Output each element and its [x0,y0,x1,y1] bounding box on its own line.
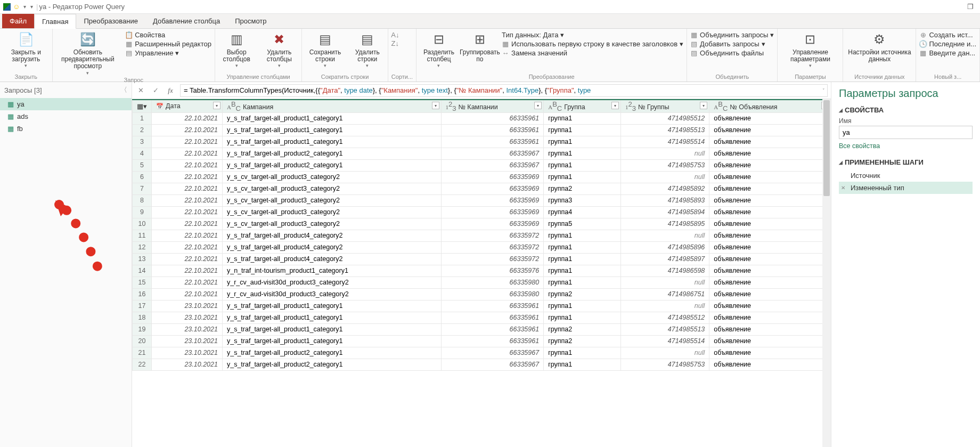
cell[interactable]: 4714985896 [620,241,709,253]
formula-input[interactable]: = Table.TransformColumnTypes(Источник,{{… [180,84,828,97]
cell[interactable]: 66335961 [441,112,544,124]
cell[interactable]: объявление [709,183,831,194]
cell[interactable]: объявление [709,323,831,335]
row-number[interactable]: 11 [133,230,152,241]
cell[interactable]: 22.10.2021 [152,194,223,206]
cell[interactable]: группа2 [544,335,621,347]
cell[interactable]: объявление [709,300,831,312]
cell[interactable]: 22.10.2021 [152,265,223,277]
row-number[interactable]: 22 [133,359,152,370]
tab-view[interactable]: Просмотр [227,14,274,28]
tab-file[interactable]: Файл [2,14,34,28]
column-header[interactable]: 123№ Группы▾ [620,100,709,112]
recent-sources-button[interactable]: 🕓Последние и... [919,40,976,48]
cell[interactable]: 23.10.2021 [152,312,223,323]
row-number[interactable]: 1 [133,112,152,124]
cell[interactable]: 66335961 [441,136,544,148]
formula-commit-button[interactable]: ✓ [150,86,161,94]
first-row-headers-button[interactable]: ▦Использовать первую строку в качестве з… [502,40,683,48]
column-header[interactable]: ABCГруппа▾ [544,100,621,112]
cell[interactable]: y_s_cv_target-all_product3_category2 [222,171,441,183]
cell[interactable]: объявление [709,359,831,370]
cell[interactable]: 4714985897 [620,253,709,265]
row-number[interactable]: 6 [133,171,152,183]
data-source-button[interactable]: ⚙Настройки источника данных [846,31,912,63]
quickaccess-dropdown-2[interactable]: ▾ [30,4,33,10]
applied-step[interactable]: ✕Измененный тип [839,182,973,194]
cell[interactable]: группа3 [544,194,621,206]
delete-step-icon[interactable]: ✕ [841,185,845,191]
row-number[interactable]: 2 [133,124,152,136]
row-number[interactable]: 18 [133,312,152,323]
query-item[interactable]: ▦fb [0,123,132,135]
cell[interactable]: 22.10.2021 [152,148,223,159]
cell[interactable]: y_s_cv_target-all_product3_category2 [222,194,441,206]
remove-rows-button[interactable]: ▤Удалить строки▾ [350,31,385,68]
collapse-queries-icon[interactable]: 〈 [120,85,127,95]
column-filter-icon[interactable]: ▾ [213,102,220,109]
cell[interactable]: 66335972 [441,230,544,241]
cell[interactable]: объявление [709,241,831,253]
cell[interactable]: y_s_traf_target-all_product4_category2 [222,241,441,253]
data-grid[interactable]: ▦▾📅Дата▾ABCКампания▾123№ Кампании▾ABCГру… [132,99,831,447]
cell[interactable]: 4714986598 [620,265,709,277]
cell[interactable]: 66335969 [441,183,544,194]
maximize-button[interactable]: ❐ [964,1,977,13]
cell[interactable]: 22.10.2021 [152,241,223,253]
cell[interactable]: 22.10.2021 [152,230,223,241]
row-number[interactable]: 5 [133,159,152,171]
cell[interactable]: null [620,300,709,312]
cell[interactable]: 66335969 [441,171,544,183]
cell[interactable]: 22.10.2021 [152,277,223,288]
split-column-button[interactable]: ⊟Разделить столбец▾ [420,31,458,68]
cell[interactable]: 23.10.2021 [152,300,223,312]
cell[interactable]: объявление [709,124,831,136]
cell[interactable]: группа1 [544,347,621,359]
cell[interactable]: 4714985513 [620,323,709,335]
triangle-icon[interactable]: ◢ [839,108,843,113]
refresh-preview-button[interactable]: 🔄 Обновить предварительный просмотр▾ [56,31,120,76]
cell[interactable]: группа1 [544,112,621,124]
tab-transform[interactable]: Преобразование [76,14,145,28]
formula-expand-icon[interactable]: ˅ [822,88,825,93]
cell[interactable]: 66335967 [441,347,544,359]
tab-addcolumn[interactable]: Добавление столбца [145,14,227,28]
advanced-editor-button[interactable]: ▦Расширенный редактор [125,40,211,48]
new-source-button[interactable]: ⊕Создать ист... [919,31,976,39]
cell[interactable]: null [620,277,709,288]
cell[interactable]: группа2 [544,288,621,300]
query-name-input[interactable] [839,126,973,139]
fx-icon[interactable]: fx [165,86,176,95]
cell[interactable]: 66335969 [441,218,544,230]
cell[interactable]: y_s_traf_target-all_product4_category2 [222,253,441,265]
cell[interactable]: группа1 [544,359,621,370]
cell[interactable]: 22.10.2021 [152,124,223,136]
cell[interactable]: y_s_traf_target-all_product2_category1 [222,359,441,370]
sort-asc-button[interactable]: A↓ [391,31,399,38]
cell[interactable]: 66335961 [441,124,544,136]
cell[interactable]: группа2 [544,183,621,194]
cell[interactable]: группа1 [544,148,621,159]
cell[interactable]: объявление [709,312,831,323]
row-number[interactable]: 19 [133,323,152,335]
enter-data-button[interactable]: ▦Введите дан... [919,49,976,57]
group-by-button[interactable]: ⊞Группировать по [463,31,496,63]
cell[interactable]: y_s_traf_target-all_product2_category1 [222,347,441,359]
cell[interactable]: 23.10.2021 [152,359,223,370]
quickaccess-dropdown[interactable]: ▾ [23,4,26,10]
replace-values-button[interactable]: ↔Замена значений [502,49,683,57]
manage-params-button[interactable]: ⊡Управление параметрами▾ [781,31,839,68]
cell[interactable]: y_s_traf_target-all_product2_category1 [222,159,441,171]
column-filter-icon[interactable]: ▾ [432,102,439,109]
cell[interactable]: объявление [709,136,831,148]
cell[interactable]: 22.10.2021 [152,253,223,265]
cell[interactable]: 4714986751 [620,288,709,300]
cell[interactable]: 4714985894 [620,206,709,218]
cell[interactable]: 22.10.2021 [152,136,223,148]
cell[interactable]: y_s_cv_target-all_product3_category2 [222,206,441,218]
cell[interactable]: y_r_cv_aud-visit30d_product3_category2 [222,277,441,288]
cell[interactable]: y_s_traf_target-all_product1_category1 [222,112,441,124]
cell[interactable]: 22.10.2021 [152,218,223,230]
cell[interactable]: объявление [709,148,831,159]
row-number[interactable]: 8 [133,194,152,206]
